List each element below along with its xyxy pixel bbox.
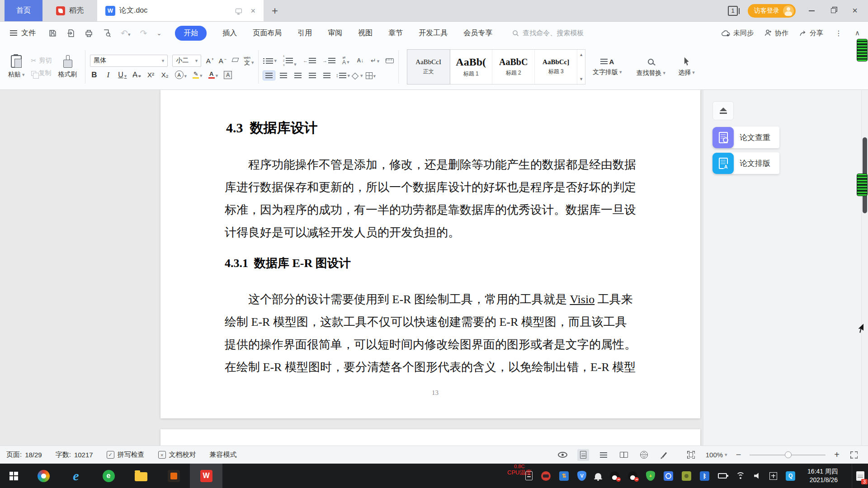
tab-docer[interactable]: 稻壳 xyxy=(42,0,97,21)
ribbon-tab-references[interactable]: 引用 xyxy=(297,28,312,38)
find-replace-button[interactable]: 查找替换▾ xyxy=(633,57,670,77)
font-size-select[interactable]: 小二▾ xyxy=(172,55,201,67)
zoom-level-select[interactable]: 100%▾ xyxy=(706,451,727,459)
redo-button[interactable]: ↷ xyxy=(140,28,147,38)
ribbon-tab-member[interactable]: 会员专享 xyxy=(463,28,492,38)
command-search-box[interactable]: 查找命令、搜索模板 xyxy=(512,29,584,38)
collaborate-button[interactable]: 协作 xyxy=(764,29,788,38)
taskbar-clock[interactable]: 16:41 周四 2021/8/26 xyxy=(807,467,838,484)
guest-login-button[interactable]: 访客登录 xyxy=(748,4,796,18)
character-shading-button[interactable]: A xyxy=(224,71,232,79)
wifi-icon[interactable] xyxy=(736,472,745,479)
bold-button[interactable]: B xyxy=(90,70,98,80)
sort-button[interactable]: A↓ xyxy=(356,57,364,64)
screenshot-tool-icon[interactable] xyxy=(769,472,777,480)
strikethrough-button[interactable]: A▾ xyxy=(132,71,141,79)
ribbon-tab-devtools[interactable]: 开发工具 xyxy=(419,28,448,38)
close-button[interactable]: × xyxy=(849,5,861,17)
minimize-button[interactable] xyxy=(806,5,817,17)
borders-button[interactable]: ▾ xyxy=(366,72,376,79)
tray-shield-icon[interactable]: V xyxy=(577,471,586,481)
tray-olive-app-icon[interactable] xyxy=(682,471,691,481)
paste-button[interactable]: 粘贴▾ xyxy=(5,55,28,79)
cast-window-icon[interactable] xyxy=(236,9,242,13)
align-center-button[interactable] xyxy=(278,71,289,80)
web-view-button[interactable] xyxy=(638,449,650,461)
edit-mode-button[interactable] xyxy=(659,449,670,461)
ribbon-tab-view[interactable]: 视图 xyxy=(358,28,373,38)
style-heading3[interactable]: AaBbCc] 标题 3 xyxy=(535,50,577,84)
align-right-button[interactable] xyxy=(292,71,304,80)
taskbar-app-dark[interactable] xyxy=(157,464,190,488)
tray-qq-icon[interactable] xyxy=(610,471,619,481)
pinyin-guide-button[interactable]: wén文▾ xyxy=(244,56,254,66)
tray-bell-icon[interactable] xyxy=(595,473,601,479)
style-gallery-down-icon[interactable]: ▼ xyxy=(579,77,583,81)
font-color-button[interactable]: A▾ xyxy=(208,71,218,79)
justify-button[interactable] xyxy=(307,71,318,80)
cut-button[interactable]: ✂剪切 xyxy=(31,56,52,65)
start-button[interactable] xyxy=(0,464,27,488)
tab-stop-button[interactable] xyxy=(386,58,394,63)
ribbon-tab-section[interactable]: 章节 xyxy=(388,28,403,38)
undo-button[interactable]: ↶▾ xyxy=(121,28,130,38)
clear-format-button[interactable] xyxy=(231,58,239,63)
volume-icon[interactable] xyxy=(754,473,761,479)
book-view-button[interactable] xyxy=(618,449,630,461)
tab-home[interactable]: 首页 xyxy=(5,0,42,21)
tab-document[interactable]: W 论文.doc × xyxy=(97,0,264,21)
select-button[interactable]: 选择▾ xyxy=(675,57,698,77)
text-layout-button[interactable]: A 文字排版▾ xyxy=(589,58,626,76)
spellcheck-toggle[interactable]: ✓拼写检查 xyxy=(107,450,145,459)
style-heading2[interactable]: AaBbC 标题 2 xyxy=(492,50,535,84)
window-manager-button[interactable]: 1 xyxy=(728,6,738,16)
tray-qq2-icon[interactable] xyxy=(628,471,637,481)
taskbar-app-browser[interactable] xyxy=(27,464,60,488)
underline-button[interactable]: U▾ xyxy=(118,71,127,79)
text-direction-button[interactable]: ⇄A▾ xyxy=(342,56,350,65)
distribute-button[interactable] xyxy=(321,71,333,80)
style-gallery-up-icon[interactable]: ▲ xyxy=(579,52,583,57)
collapse-ribbon-icon[interactable]: ∧ xyxy=(855,29,860,37)
format-painter-button[interactable]: 格式刷 xyxy=(54,55,80,79)
increase-font-button[interactable]: A+ xyxy=(206,57,214,65)
more-options-icon[interactable]: ⋮ xyxy=(835,29,842,38)
copy-button[interactable]: 复制 xyxy=(31,69,52,77)
ribbon-tab-review[interactable]: 审阅 xyxy=(328,28,342,38)
restore-button[interactable] xyxy=(827,5,839,17)
fullscreen-button[interactable] xyxy=(848,449,860,461)
tray-red-app-icon[interactable] xyxy=(541,471,551,481)
text-effects-button[interactable]: A▾ xyxy=(175,70,187,79)
vertical-scrollbar[interactable] xyxy=(861,90,868,446)
next-page-top[interactable] xyxy=(160,429,700,446)
paper-layout-tool[interactable]: 论文排版 xyxy=(712,152,779,174)
style-normal[interactable]: AaBbCcI 正文 xyxy=(407,50,450,84)
highlight-color-button[interactable]: ✎▾ xyxy=(193,71,203,79)
align-left-button[interactable] xyxy=(263,71,275,80)
decrease-indent-button[interactable]: ← xyxy=(303,58,316,63)
zoom-slider-thumb[interactable] xyxy=(785,451,792,458)
collapse-panel-button[interactable] xyxy=(712,101,734,120)
style-heading1[interactable]: AaBb( 标题 1 xyxy=(450,50,492,84)
paper-check-tool[interactable]: 论文查重 xyxy=(712,127,779,148)
bullet-list-button[interactable]: ▾ xyxy=(263,58,277,64)
print-preview-button[interactable] xyxy=(103,29,111,38)
ribbon-tab-page-layout[interactable]: 页面布局 xyxy=(253,28,282,38)
eye-protection-button[interactable] xyxy=(557,449,569,461)
tray-pinyin-icon[interactable]: Q xyxy=(786,471,795,481)
save-button[interactable] xyxy=(48,29,57,38)
increase-indent-button[interactable]: → xyxy=(322,58,335,63)
notification-center-button[interactable]: 3 xyxy=(852,464,868,488)
numbered-list-button[interactable]: 1 2 3▾ xyxy=(283,54,297,68)
ribbon-tab-insert[interactable]: 插入 xyxy=(222,28,237,38)
zoom-in-button[interactable]: + xyxy=(834,450,840,460)
export-button[interactable] xyxy=(66,29,75,38)
sync-status-button[interactable]: 未同步 xyxy=(722,29,754,38)
new-tab-button[interactable]: + xyxy=(264,0,286,21)
tray-antivirus-icon[interactable]: + xyxy=(646,471,655,481)
word-count[interactable]: 字数:10217 xyxy=(56,450,93,459)
print-button[interactable] xyxy=(85,29,93,38)
customize-quick-access-icon[interactable]: ⌄ xyxy=(156,30,161,37)
line-break-button[interactable]: ↵▾ xyxy=(371,57,379,64)
subscript-button[interactable]: X₂ xyxy=(161,71,169,79)
